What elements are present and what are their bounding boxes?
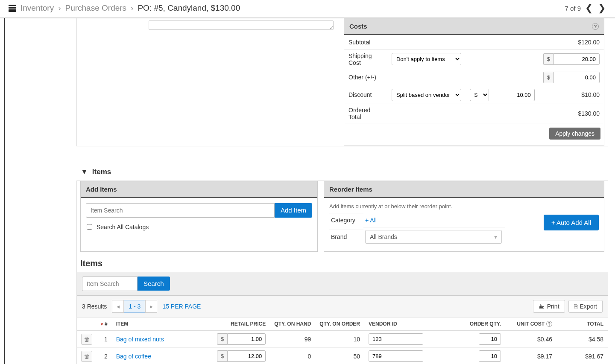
item-search-input[interactable] xyxy=(86,203,275,218)
row-number: 1 xyxy=(97,331,112,348)
row-total: $91.67 xyxy=(556,348,608,364)
row-number: 2 xyxy=(97,348,112,364)
print-button[interactable]: 🖶Print xyxy=(533,300,565,313)
search-all-catalogs-row[interactable]: Search All Catalogs xyxy=(86,218,312,232)
shipping-label: Shipping Cost xyxy=(344,50,387,69)
per-page-select[interactable]: 15 PER PAGE xyxy=(162,303,201,310)
reorder-items-header: Reorder Items xyxy=(329,186,372,193)
items-search-button[interactable]: Search xyxy=(138,277,170,291)
discount-method-select[interactable]: Split based on vendor cost xyxy=(392,89,461,101)
brand-select-value: All Brands xyxy=(370,233,397,240)
ordered-total-value: $130.00 xyxy=(539,104,604,123)
record-pager: 7 of 9 ❮ ❯ xyxy=(565,3,606,13)
page-prev-button[interactable]: ◂ xyxy=(112,300,124,313)
discount-unit-select[interactable]: $ xyxy=(470,89,489,101)
col-item[interactable]: ITEM xyxy=(112,317,213,331)
currency-prefix: $ xyxy=(217,350,227,362)
order-qty-input[interactable] xyxy=(479,333,501,345)
pager-label: 7 of 9 xyxy=(565,5,581,12)
top-bar: Inventory › Purchase Orders › PO: #5, Ca… xyxy=(0,0,615,18)
subtotal-value: $120.00 xyxy=(539,35,604,50)
col-total[interactable]: TOTAL xyxy=(556,317,608,331)
col-orderqty[interactable]: ORDER QTY. xyxy=(428,317,505,331)
items-table: ▾# ITEM RETAIL PRICE QTY. ON HAND QTY. O… xyxy=(77,317,608,364)
chevron-right-icon: › xyxy=(131,3,133,13)
notes-textarea[interactable] xyxy=(149,20,334,30)
delete-row-button[interactable]: 🗑 xyxy=(81,351,92,362)
page-next-button[interactable]: ▸ xyxy=(145,300,157,313)
category-label: Category xyxy=(329,213,363,227)
auto-add-all-button[interactable]: + Auto Add All xyxy=(544,215,599,230)
col-retail[interactable]: RETAIL PRICE xyxy=(213,317,270,331)
item-link[interactable]: Bag of coffee xyxy=(116,353,151,360)
export-button[interactable]: ⎘Export xyxy=(568,300,603,313)
qty-on-hand: 99 xyxy=(270,331,315,348)
pager-next-button[interactable]: ❯ xyxy=(597,3,606,13)
discount-label: Discount xyxy=(344,86,387,104)
shipping-apply-select[interactable]: Don't apply to items xyxy=(392,53,461,65)
retail-price-input[interactable] xyxy=(227,333,266,345)
reorder-hint: Add items currently at or below their re… xyxy=(329,203,599,210)
row-total: $4.58 xyxy=(556,331,608,348)
order-qty-input[interactable] xyxy=(479,350,501,362)
unit-cost: $0.46 xyxy=(505,331,556,348)
items-heading: Items xyxy=(77,256,608,272)
discount-value: $10.00 xyxy=(539,86,604,104)
page-current: 1 - 3 xyxy=(124,300,145,313)
print-icon: 🖶 xyxy=(539,303,545,310)
table-row: 🗑2Bag of coffee$050$9.17$91.67 xyxy=(77,348,608,364)
add-items-header: Add Items xyxy=(86,186,117,193)
brand-label: Brand xyxy=(329,230,363,244)
shipping-cost-input[interactable] xyxy=(554,53,600,65)
other-label: Other (+/-) xyxy=(344,69,387,86)
breadcrumb-purchase-orders[interactable]: Purchase Orders xyxy=(65,3,126,13)
ordered-total-label: Ordered Total xyxy=(344,104,387,123)
currency-prefix: $ xyxy=(543,72,554,83)
search-all-catalogs-label: Search All Catalogs xyxy=(97,224,149,230)
items-section-label: Items xyxy=(92,168,111,176)
brand-select[interactable]: All Brands ▾ xyxy=(365,230,502,244)
retail-price-input[interactable] xyxy=(227,350,266,362)
discount-amount-input[interactable] xyxy=(489,89,535,101)
pager-prev-button[interactable]: ❮ xyxy=(584,3,594,13)
breadcrumb: Inventory › Purchase Orders › PO: #5, Ca… xyxy=(9,3,240,13)
item-link[interactable]: Bag of mixed nuts xyxy=(116,336,164,343)
col-unitcost[interactable]: UNIT COST? xyxy=(505,317,556,331)
vendor-id-input[interactable] xyxy=(369,350,423,362)
unit-cost: $9.17 xyxy=(505,348,556,364)
delete-row-button[interactable]: 🗑 xyxy=(81,334,92,345)
apply-changes-button[interactable]: Apply changes xyxy=(549,128,600,140)
sort-desc-icon[interactable]: ▾ xyxy=(101,322,103,326)
help-icon[interactable]: ? xyxy=(592,23,599,30)
subtotal-label: Subtotal xyxy=(344,35,387,50)
other-cost-input[interactable] xyxy=(554,72,600,83)
col-qoh[interactable]: QTY. ON HAND xyxy=(270,317,315,331)
app-icon[interactable] xyxy=(9,5,16,12)
qty-on-order: 50 xyxy=(315,348,364,364)
qty-on-hand: 0 xyxy=(270,348,315,364)
col-vendor[interactable]: VENDOR ID xyxy=(364,317,428,331)
export-icon: ⎘ xyxy=(574,303,577,310)
currency-prefix: $ xyxy=(217,333,227,345)
items-section-toggle[interactable]: ▼ Items xyxy=(76,156,612,181)
caret-down-icon: ▾ xyxy=(494,233,497,240)
results-count: 3 Results xyxy=(82,303,107,310)
vendor-id-input[interactable] xyxy=(369,333,423,345)
category-all-link[interactable]: + All xyxy=(365,217,377,224)
search-all-catalogs-checkbox[interactable] xyxy=(87,224,92,230)
costs-header: Costs xyxy=(349,23,367,30)
add-item-button[interactable]: Add Item xyxy=(275,203,312,218)
chevron-right-icon: › xyxy=(58,3,61,13)
items-search-input[interactable] xyxy=(82,277,138,291)
currency-prefix: $ xyxy=(543,53,554,65)
col-qoo[interactable]: QTY. ON ORDER xyxy=(315,317,364,331)
costs-panel: Costs ? Subtotal $120.00 Shipping Cost D… xyxy=(344,18,604,146)
add-items-panel: Add Items Add Item Search All Catalogs xyxy=(80,181,318,252)
reorder-items-panel: Reorder Items Add items currently at or … xyxy=(324,181,604,252)
table-row: 🗑1Bag of mixed nuts$9910$0.46$4.58 xyxy=(77,331,608,348)
breadcrumb-inventory[interactable]: Inventory xyxy=(20,3,54,13)
breadcrumb-current: PO: #5, Candyland, $130.00 xyxy=(138,3,240,13)
qty-on-order: 10 xyxy=(315,331,364,348)
help-icon[interactable]: ? xyxy=(546,321,552,327)
chevron-down-icon: ▼ xyxy=(81,168,88,176)
